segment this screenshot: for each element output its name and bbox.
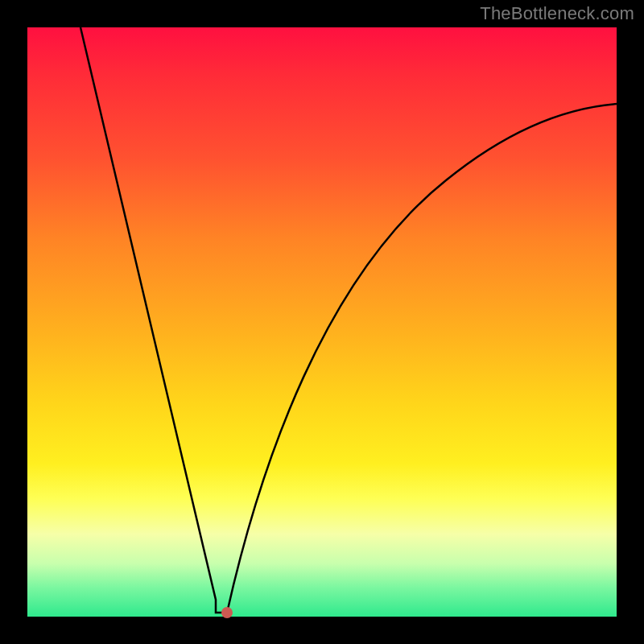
watermark-text: TheBottleneck.com	[480, 3, 634, 24]
plot-area	[27, 27, 617, 617]
curve-group	[80, 27, 617, 618]
outer-frame: TheBottleneck.com	[0, 0, 644, 644]
min-marker-dot	[221, 607, 233, 618]
curve-svg	[27, 27, 617, 617]
curve-left-line	[80, 27, 227, 613]
curve-right-bezier	[227, 104, 617, 613]
